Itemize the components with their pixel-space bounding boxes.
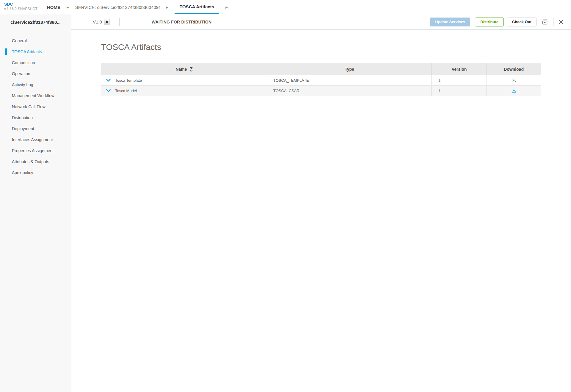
lifecycle-status-text: WAITING FOR DISTRIBUTION xyxy=(152,20,212,24)
breadcrumb-service[interactable]: SERVICE: ciService2ff31374f380b360409f xyxy=(75,0,160,14)
column-header-download[interactable]: Download xyxy=(487,63,541,75)
sidebar-item-label: TOSCA Artifacts xyxy=(12,49,42,54)
version-spinner[interactable] xyxy=(104,19,109,25)
download-icon[interactable] xyxy=(512,88,516,93)
artifact-download-cell xyxy=(487,75,541,85)
breadcrumb: HOME ▶ SERVICE: ciService2ff31374f380b36… xyxy=(47,0,234,14)
check-out-button[interactable]: Check Out xyxy=(507,18,537,26)
column-header-type[interactable]: Type xyxy=(267,63,432,75)
artifact-version-cell: 1 xyxy=(432,75,487,85)
sidebar-item-operation[interactable]: Operation xyxy=(0,68,71,79)
artifact-name-cell: Tosca Model xyxy=(101,86,267,96)
version-label: V1.0 xyxy=(93,19,102,24)
table-header-row: Name Type Version Download xyxy=(101,63,541,75)
sidebar-item-properties-assignment[interactable]: Properties Assignment xyxy=(0,145,71,156)
sidebar-item-network-call-flow[interactable]: Network Call Flow xyxy=(0,101,71,112)
sidebar-item-activity-log[interactable]: Activity Log xyxy=(0,79,71,90)
sort-icon xyxy=(190,67,193,72)
workspace-toolbar: V1.0 WAITING FOR DISTRIBUTION Update Ser… xyxy=(71,14,571,30)
spinner-down-icon xyxy=(106,22,108,23)
artifact-type-cell: TOSCA_TEMPLATE xyxy=(267,75,432,85)
artifact-name-cell: Tosca Template xyxy=(101,75,267,85)
sidebar-item-general[interactable]: General xyxy=(0,35,71,46)
breadcrumb-tosca-artifacts[interactable]: TOSCA Artifacts xyxy=(175,0,219,14)
app-logo[interactable]: SDC v.1.16.2-SNAPSHOT xyxy=(4,2,37,11)
toolbar-actions: Update Services Distribute Check Out xyxy=(430,18,571,26)
sidebar-item-attributes-outputs[interactable]: Attributes & Outputs xyxy=(0,156,71,167)
breadcrumb-arrow-icon: ▶ xyxy=(67,6,69,9)
main-content: TOSCA Artifacts Name Type Version Downlo… xyxy=(71,30,571,392)
expand-chevron-down-icon[interactable] xyxy=(106,79,111,82)
distribute-button[interactable]: Distribute xyxy=(475,18,504,26)
sidebar-item-apex-policy[interactable]: Apex policy xyxy=(0,167,71,178)
sidebar-item-tosca-artifacts[interactable]: TOSCA Artifacts xyxy=(0,46,71,57)
sidebar-item-interfaces-assignment[interactable]: Interfaces Assignment xyxy=(0,134,71,145)
sidebar-item-distribution[interactable]: Distribution xyxy=(0,112,71,123)
artifact-type-cell: TOSCA_CSAR xyxy=(267,86,432,96)
artifact-name: Tosca Model xyxy=(115,89,137,93)
sidebar-item-deployment[interactable]: Deployment xyxy=(0,123,71,134)
breadcrumb-arrow-icon: ▶ xyxy=(225,6,228,9)
archive-button[interactable] xyxy=(542,19,548,25)
tosca-artifacts-table: Name Type Version Download Tosca xyxy=(101,63,541,212)
service-name-title: ciService2ff31374f380... xyxy=(0,14,71,30)
top-header: SDC v.1.16.2-SNAPSHOT HOME ▶ SERVICE: ci… xyxy=(0,0,571,14)
archive-icon xyxy=(542,19,548,25)
spinner-up-icon xyxy=(106,21,108,22)
update-services-button[interactable]: Update Services xyxy=(430,18,470,26)
sidebar-menu: General TOSCA Artifacts Composition Oper… xyxy=(0,30,71,178)
column-header-name[interactable]: Name xyxy=(101,63,267,75)
download-icon[interactable] xyxy=(512,78,516,83)
page-title: TOSCA Artifacts xyxy=(101,42,161,52)
breadcrumb-home[interactable]: HOME xyxy=(47,0,60,14)
sidebar-item-management-workflow[interactable]: Management Workflow xyxy=(0,90,71,101)
column-header-name-label: Name xyxy=(175,67,187,72)
sidebar-item-composition[interactable]: Composition xyxy=(0,57,71,68)
version-selector[interactable]: V1.0 xyxy=(93,19,109,25)
left-sidebar: ciService2ff31374f380... General TOSCA A… xyxy=(0,14,71,392)
breadcrumb-arrow-icon: ▶ xyxy=(166,6,168,9)
expand-chevron-down-icon[interactable] xyxy=(106,89,111,92)
artifact-name: Tosca Template xyxy=(115,78,142,83)
app-version: v.1.16.2-SNAPSHOT xyxy=(4,7,37,11)
toolbar-divider xyxy=(119,18,120,26)
table-row-tosca-template[interactable]: Tosca Template TOSCA_TEMPLATE 1 xyxy=(101,75,541,86)
app-logo-name: SDC xyxy=(4,2,37,6)
table-row-tosca-model[interactable]: Tosca Model TOSCA_CSAR 1 xyxy=(101,86,541,96)
column-header-version[interactable]: Version xyxy=(432,63,487,75)
active-item-indicator xyxy=(5,48,7,55)
close-icon xyxy=(559,20,563,24)
close-button[interactable] xyxy=(559,20,563,24)
artifact-version-cell: 1 xyxy=(432,86,487,96)
artifact-download-cell xyxy=(487,86,541,96)
toolbar-divider xyxy=(553,18,553,26)
